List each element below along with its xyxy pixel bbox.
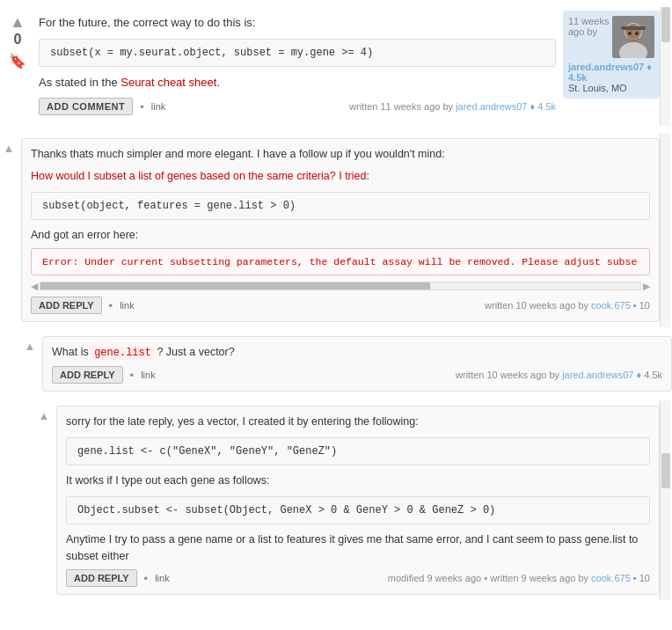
comment-3-wrapper: ▲ sorry for the late reply, yes a vector…	[0, 400, 672, 600]
error-block: Error: Under current subsetting paramete…	[31, 248, 650, 275]
comment2-code-inline: gene.list	[91, 346, 154, 360]
svg-point-5	[628, 32, 632, 35]
comment2-link[interactable]: link	[141, 370, 156, 380]
page-wrapper: ▲ 0 🔖 For the future, the correct way to…	[0, 0, 672, 604]
seurat-link[interactable]: Seurat cheat sheet	[121, 76, 216, 89]
answer-link[interactable]: link	[151, 101, 166, 112]
svg-rect-4	[621, 26, 646, 30]
error-scrollbar[interactable]	[40, 282, 641, 290]
vote-column: ▲ 0 🔖	[0, 7, 35, 126]
comment1-text: Thanks thats much simpler and more elega…	[31, 146, 650, 163]
comment2-text: What is gene.list ? Just a vector?	[52, 344, 662, 361]
comment1-vote: ▲	[0, 133, 18, 327]
upvote-icon[interactable]: ▲	[10, 14, 26, 30]
scroll-left-icon[interactable]: ◀	[31, 281, 38, 292]
answer-intro: For the future, the correct way to do th…	[39, 14, 556, 32]
comment3-link[interactable]: link	[155, 573, 170, 583]
answer-section: ▲ 0 🔖 For the future, the correct way to…	[0, 0, 672, 133]
error-scrollbar-row: ◀ ▶	[31, 281, 650, 291]
comment2-meta: written 10 weeks ago by jared.andrews07 …	[161, 370, 662, 380]
comment1-user-link[interactable]: cook.675	[591, 300, 631, 311]
comment2-action-bar: ADD REPLY • link written 10 weeks ago by…	[52, 366, 662, 384]
comment3-rep: 10	[639, 573, 650, 583]
comment3-user-link[interactable]: cook.675	[591, 573, 631, 583]
scrollbar-right-2	[660, 133, 672, 327]
code-block-1: subset(x = my.seurat.object, subset = my…	[39, 39, 556, 67]
add-comment-button[interactable]: ADD COMMENT	[39, 98, 133, 115]
content-area: ▲ 0 🔖 For the future, the correct way to…	[0, 0, 672, 604]
vote-count: 0	[14, 32, 22, 48]
comment3-meta: modified 9 weeks ago • written 9 weeks a…	[175, 573, 650, 583]
comment1-rep: 10	[639, 300, 650, 311]
comment3-text: sorry for the late reply, yes a vector, …	[66, 414, 650, 430]
answer-rep: 4.5k	[537, 101, 556, 112]
author-location: St. Louis, MO	[568, 83, 627, 93]
comment1-upvote-icon[interactable]: ▲	[4, 142, 15, 155]
comment3-upvote-icon[interactable]: ▲	[39, 409, 50, 422]
comment-3: sorry for the late reply, yes a vector, …	[56, 406, 660, 595]
comment1-add-reply-button[interactable]: ADD REPLY	[31, 297, 102, 314]
answer-action-bar: ADD COMMENT • link written 11 weeks ago …	[39, 98, 556, 115]
svg-point-6	[635, 32, 639, 35]
comment3-code1: gene.list <- c("GeneX", "GeneY", "GeneZ"…	[66, 437, 650, 465]
scrollbar-thumb-3[interactable]	[661, 453, 670, 488]
comment3-body3: Anytime I try to pass a gene name or a l…	[66, 531, 650, 565]
comment1-meta: written 10 weeks ago by cook.675 • 10	[140, 300, 650, 311]
comment3-code2: Object.subset <- subset(Object, GeneX > …	[66, 496, 650, 524]
comment-2: What is gene.list ? Just a vector? ADD R…	[42, 336, 672, 392]
answer-seurat-ref: As stated in the Seurat cheat sheet.	[39, 74, 556, 92]
comment-1-wrapper: ▲ Thanks thats much simpler and more ele…	[0, 133, 672, 327]
comment3-body2: It works if I type out each gene as foll…	[66, 472, 650, 489]
comment3-vote: ▲	[35, 400, 53, 600]
answer-body: For the future, the correct way to do th…	[35, 7, 563, 126]
scrollbar-thumb-1[interactable]	[661, 7, 670, 42]
comment2-rep: 4.5k	[644, 370, 662, 380]
comment1-action-bar: ADD REPLY • link written 10 weeks ago by…	[31, 297, 650, 314]
author-avatar	[612, 16, 654, 58]
answer-meta: written 11 weeks ago by jared.andrews07 …	[171, 101, 556, 112]
comment3-action-bar: ADD REPLY • link modified 9 weeks ago • …	[66, 569, 650, 587]
comment-1: Thanks thats much simpler and more elega…	[21, 138, 660, 322]
author-name-link[interactable]: jared.andrews07	[568, 62, 644, 72]
comment1-code: subset(object, features = gene.list > 0)	[31, 192, 650, 220]
error-block-container: Error: Under current subsetting paramete…	[31, 248, 650, 291]
comment1-link[interactable]: link	[120, 300, 135, 311]
comment3-add-reply-button[interactable]: ADD REPLY	[66, 569, 137, 587]
bookmark-icon[interactable]: 🔖	[9, 53, 26, 70]
svg-point-3	[625, 24, 641, 40]
answer-author-link[interactable]: jared.andrews07	[456, 101, 527, 112]
author-card: 11 weeks ago by jared.andrews07 ♦ 4.5k S…	[563, 11, 660, 99]
avatar-image	[612, 16, 654, 58]
comment2-vote: ▲	[21, 331, 39, 397]
comment2-add-reply-button[interactable]: ADD REPLY	[52, 366, 123, 384]
comment2-user-link[interactable]: jared.andrews07	[562, 370, 633, 380]
comment2-upvote-icon[interactable]: ▲	[25, 340, 36, 353]
scrollbar-right-3	[660, 400, 672, 600]
error-scrollbar-thumb[interactable]	[40, 282, 430, 289]
scroll-right-icon[interactable]: ▶	[643, 281, 650, 292]
comment-2-wrapper: ▲ What is gene.list ? Just a vector? ADD…	[0, 331, 672, 397]
comment1-after: And got an error here:	[31, 227, 650, 244]
comment1-highlight: How would I subset a list of genes based…	[31, 168, 650, 185]
scrollbar-right-1	[660, 7, 672, 126]
author-rep: 4.5k	[568, 72, 587, 83]
